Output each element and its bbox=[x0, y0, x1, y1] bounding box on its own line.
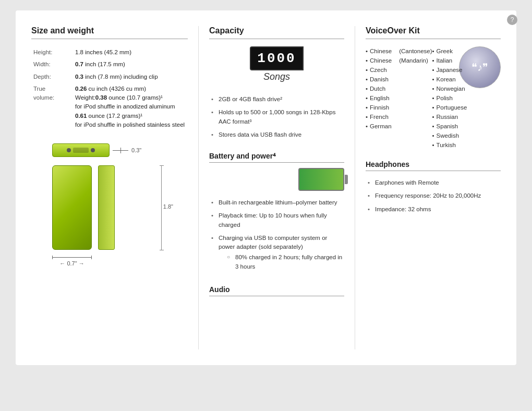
capacity-bullet-3: Stores data via USB flash drive bbox=[209, 128, 344, 141]
headphones-title: Headphones bbox=[366, 160, 501, 171]
songs-display: 1000 Songs bbox=[209, 46, 344, 82]
spec-label-depth: Depth: bbox=[31, 71, 73, 83]
lang-turkish: Turkish bbox=[432, 140, 467, 150]
battery-bullet-2: Playback time: Up to 10 hours when fully… bbox=[209, 209, 344, 232]
spec-label-volume: Truevolume: bbox=[31, 83, 73, 131]
lang-norwegian: Norwegian bbox=[432, 84, 467, 93]
lang-col-2: Greek Italian Japanese Korean Norwegian … bbox=[432, 46, 467, 150]
headphones-bullets: Earphones with Remote Frequency response… bbox=[366, 176, 501, 216]
lang-czech: Czech bbox=[366, 65, 432, 75]
page-container: ? Size and weight Height: 1.8 inches (45… bbox=[0, 0, 532, 411]
battery-bullet-1: Built-in rechargeable lithium–polymer ba… bbox=[209, 196, 344, 209]
spec-value-volume: 0.26 cu inch (4326 cu mm) Weight:0.38 ou… bbox=[73, 83, 188, 131]
column-capacity: Capacity 1000 Songs 2GB or 4GB flash dri… bbox=[199, 26, 355, 349]
spec-label-height: Height: bbox=[31, 46, 73, 58]
headphones-bullet-3: Impedance: 32 ohms bbox=[366, 203, 501, 216]
lang-chinese-cantonese: Chinese(Cantonese) bbox=[366, 46, 432, 56]
spec-table: Height: 1.8 inches (45.2 mm) Width: 0.7 … bbox=[31, 46, 188, 131]
column-size-weight: Size and weight Height: 1.8 inches (45.2… bbox=[31, 26, 199, 349]
lang-col-1: Chinese(Cantonese) Chinese(Mandarin) Cze… bbox=[366, 46, 432, 150]
dim-width: ← 0.7" → bbox=[59, 260, 84, 267]
lang-finnish: Finnish bbox=[366, 103, 432, 112]
headphones-bullet-2: Frequency response: 20Hz to 20,000Hz bbox=[366, 189, 501, 202]
dim-height: 1.8" bbox=[163, 203, 173, 210]
battery-sub-bullet-1: 80% charged in 2 hours; fully charged in… bbox=[226, 251, 344, 273]
voiceover-title: VoiceOver Kit bbox=[366, 26, 501, 39]
spec-value-depth: 0.3 inch (7.8 mm) including clip bbox=[73, 71, 188, 83]
lang-french: French bbox=[366, 112, 432, 122]
lang-german: German bbox=[366, 122, 432, 131]
lang-chinese-mandarin: Chinese(Mandarin) bbox=[366, 56, 432, 65]
lang-danish: Danish bbox=[366, 75, 432, 84]
lang-greek: Greek bbox=[432, 46, 467, 56]
spec-label-width: Width: bbox=[31, 58, 73, 70]
capacity-bullet-2: Holds up to 500 or 1,000 songs in 128-Kb… bbox=[209, 106, 344, 128]
lang-japanese: Japanese bbox=[432, 65, 467, 75]
device-diagram: 0.3" 1.8" bbox=[31, 143, 188, 274]
lang-italian: Italian bbox=[432, 56, 467, 65]
songs-counter: 1000 bbox=[250, 46, 303, 70]
battery-sub-bullets: 80% charged in 2 hours; fully charged in… bbox=[226, 251, 344, 273]
lang-russian: Russian bbox=[432, 112, 467, 122]
battery-bullets: Built-in rechargeable lithium–polymer ba… bbox=[209, 196, 344, 275]
lang-korean: Korean bbox=[432, 75, 467, 84]
help-icon[interactable]: ? bbox=[507, 15, 517, 25]
capacity-bullets: 2GB or 4GB flash drive² Holds up to 500 … bbox=[209, 93, 344, 141]
spec-value-height: 1.8 inches (45.2 mm) bbox=[73, 46, 188, 58]
battery-title: Battery and power⁴ bbox=[209, 152, 344, 163]
battery-graphic bbox=[209, 168, 344, 191]
lang-spanish: Spanish bbox=[432, 122, 467, 131]
dim-depth: 0.3" bbox=[131, 147, 141, 153]
lang-columns: Chinese(Cantonese) Chinese(Mandarin) Cze… bbox=[366, 46, 454, 150]
lang-dutch: Dutch bbox=[366, 84, 432, 93]
capacity-bullet-1: 2GB or 4GB flash drive² bbox=[209, 93, 344, 106]
lang-portuguese: Portuguese bbox=[432, 103, 467, 112]
size-weight-title: Size and weight bbox=[31, 26, 188, 39]
content-panel: Size and weight Height: 1.8 inches (45.2… bbox=[16, 10, 516, 365]
voiceover-quote-icon: ❝♪❞ bbox=[471, 61, 488, 74]
battery-bullet-3: Charging via USB to computer system or p… bbox=[209, 232, 344, 275]
spec-value-width: 0.7 inch (17.5 mm) bbox=[73, 58, 188, 70]
capacity-title: Capacity bbox=[209, 26, 344, 39]
headphones-bullet-1: Earphones with Remote bbox=[366, 176, 501, 189]
lang-swedish: Swedish bbox=[432, 131, 467, 140]
songs-label: Songs bbox=[263, 71, 290, 82]
audio-title: Audio bbox=[209, 285, 344, 296]
headphones-section: Headphones Earphones with Remote Frequen… bbox=[366, 160, 501, 216]
column-voiceover: VoiceOver Kit ❝♪❞ Chinese(Cantonese) Chi… bbox=[355, 26, 501, 349]
lang-english: English bbox=[366, 93, 432, 103]
lang-polish: Polish bbox=[432, 93, 467, 103]
